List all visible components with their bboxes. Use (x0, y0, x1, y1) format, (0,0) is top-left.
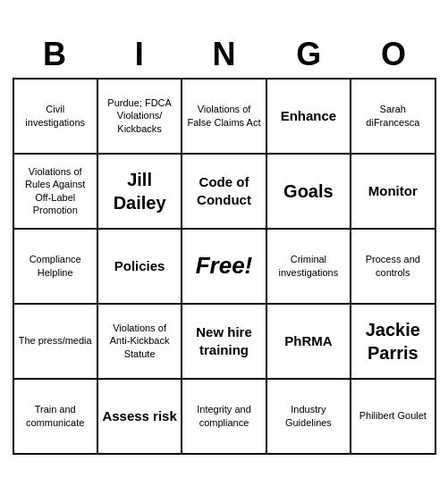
bingo-cell-14: Process and controls (351, 230, 435, 305)
bingo-cell-24: Philibert Goulet (351, 380, 435, 455)
bingo-card: BINGO Civil investigationsPurdue; FDCA V… (5, 24, 444, 461)
cell-text-12: Free! (196, 251, 253, 281)
bingo-cell-17: New hire training (182, 305, 266, 380)
bingo-letter-o: O (351, 31, 436, 77)
cell-text-23: Industry Guidelines (271, 403, 346, 429)
bingo-cell-0: Civil investigations (14, 80, 98, 155)
cell-text-4: Sarah diFrancesca (355, 103, 430, 129)
bingo-cell-16: Violations of Anti-Kickback Statute (98, 305, 182, 380)
bingo-cell-18: PhRMA (267, 305, 351, 380)
bingo-letter-b: B (13, 31, 97, 77)
bingo-cell-4: Sarah diFrancesca (351, 80, 435, 155)
bingo-letter-i: I (97, 31, 182, 77)
bingo-cell-23: Industry Guidelines (267, 380, 351, 455)
bingo-letter-g: G (266, 31, 351, 77)
cell-text-13: Criminal investigations (271, 253, 346, 279)
cell-text-8: Goals (283, 180, 334, 203)
cell-text-15: The press/media (19, 334, 92, 347)
cell-text-22: Integrity and compliance (186, 403, 261, 429)
cell-text-5: Violations of Rules Against Off-Label Pr… (18, 165, 93, 216)
cell-text-16: Violations of Anti-Kickback Statute (102, 322, 177, 360)
bingo-cell-20: Train and communicate (14, 380, 98, 455)
bingo-cell-3: Enhance (267, 80, 351, 155)
cell-text-1: Purdue; FDCA Violations/ Kickbacks (102, 96, 177, 135)
bingo-cell-9: Monitor (351, 155, 435, 230)
bingo-letter-n: N (182, 31, 266, 77)
cell-text-18: PhRMA (284, 332, 332, 350)
bingo-cell-5: Violations of Rules Against Off-Label Pr… (14, 155, 98, 230)
cell-text-14: Process and controls (355, 253, 430, 279)
cell-text-9: Monitor (368, 182, 418, 200)
cell-text-17: New hire training (186, 323, 261, 358)
cell-text-19: Jackie Parris (355, 318, 430, 364)
bingo-cell-1: Purdue; FDCA Violations/ Kickbacks (98, 80, 182, 155)
bingo-cell-13: Criminal investigations (267, 230, 351, 305)
bingo-cell-19: Jackie Parris (351, 305, 435, 380)
bingo-cell-7: Code of Conduct (182, 155, 266, 230)
bingo-cell-15: The press/media (14, 305, 98, 380)
cell-text-6: Jill Dailey (102, 168, 177, 214)
cell-text-0: Civil investigations (18, 103, 93, 129)
bingo-header: BINGO (13, 31, 436, 77)
bingo-cell-10: Compliance Helpline (14, 230, 98, 305)
bingo-grid: Civil investigationsPurdue; FDCA Violati… (13, 78, 436, 455)
cell-text-7: Code of Conduct (186, 173, 261, 208)
cell-text-21: Assess risk (102, 407, 176, 425)
bingo-cell-12: Free! (182, 230, 266, 305)
bingo-cell-22: Integrity and compliance (182, 380, 266, 455)
bingo-cell-6: Jill Dailey (98, 155, 182, 230)
bingo-cell-21: Assess risk (98, 380, 182, 455)
bingo-cell-11: Policies (98, 230, 182, 305)
bingo-cell-8: Goals (267, 155, 351, 230)
cell-text-24: Philibert Goulet (359, 409, 427, 422)
cell-text-2: Violations of False Claims Act (186, 103, 261, 129)
bingo-cell-2: Violations of False Claims Act (182, 80, 266, 155)
cell-text-3: Enhance (281, 107, 337, 125)
cell-text-11: Policies (114, 257, 165, 275)
cell-text-10: Compliance Helpline (18, 253, 93, 279)
cell-text-20: Train and communicate (18, 403, 93, 429)
